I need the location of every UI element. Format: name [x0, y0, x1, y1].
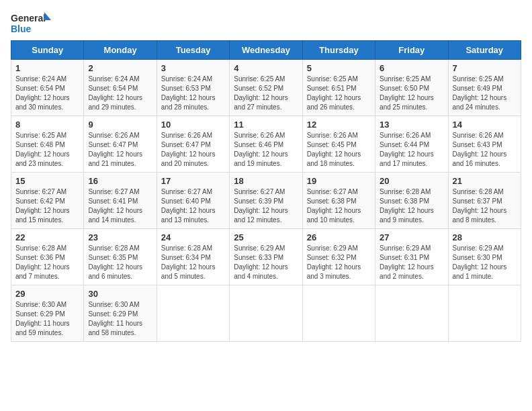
- weekday-header-wednesday: Wednesday: [230, 41, 302, 60]
- day-detail: Sunrise: 6:28 AMSunset: 6:38 PMDaylight:…: [380, 187, 443, 225]
- calendar-day-cell: 20 Sunrise: 6:28 AMSunset: 6:38 PMDaylig…: [375, 173, 448, 229]
- calendar-day-cell: 27 Sunrise: 6:29 AMSunset: 6:31 PMDaylig…: [375, 229, 448, 285]
- day-detail: Sunrise: 6:26 AMSunset: 6:45 PMDaylight:…: [307, 131, 371, 169]
- weekday-header-sunday: Sunday: [11, 41, 84, 60]
- day-detail: Sunrise: 6:27 AMSunset: 6:42 PMDaylight:…: [15, 187, 79, 225]
- day-detail: Sunrise: 6:24 AMSunset: 6:54 PMDaylight:…: [15, 75, 79, 112]
- calendar-day-cell: 8 Sunrise: 6:25 AMSunset: 6:48 PMDayligh…: [11, 116, 84, 173]
- calendar-table: SundayMondayTuesdayWednesdayThursdayFrid…: [11, 40, 521, 342]
- calendar-week-row: 8 Sunrise: 6:25 AMSunset: 6:48 PMDayligh…: [11, 116, 521, 173]
- calendar-day-cell: [448, 285, 521, 342]
- calendar-day-cell: 15 Sunrise: 6:27 AMSunset: 6:42 PMDaylig…: [11, 173, 84, 229]
- calendar-week-row: 22 Sunrise: 6:28 AMSunset: 6:36 PMDaylig…: [11, 229, 521, 285]
- day-number: 19: [307, 176, 371, 186]
- calendar-day-cell: [302, 285, 375, 342]
- day-number: 23: [88, 232, 152, 242]
- calendar-day-cell: 6 Sunrise: 6:25 AMSunset: 6:50 PMDayligh…: [375, 60, 448, 116]
- day-detail: Sunrise: 6:27 AMSunset: 6:39 PMDaylight:…: [234, 187, 298, 225]
- weekday-header-monday: Monday: [84, 41, 157, 60]
- day-detail: Sunrise: 6:27 AMSunset: 6:41 PMDaylight:…: [88, 187, 152, 225]
- day-detail: Sunrise: 6:29 AMSunset: 6:33 PMDaylight:…: [234, 244, 298, 281]
- calendar-day-cell: 10 Sunrise: 6:26 AMSunset: 6:47 PMDaylig…: [157, 116, 229, 173]
- calendar-day-cell: 9 Sunrise: 6:26 AMSunset: 6:47 PMDayligh…: [84, 116, 157, 173]
- weekday-header-thursday: Thursday: [302, 41, 375, 60]
- calendar-day-cell: [157, 285, 229, 342]
- day-number: 3: [161, 63, 225, 73]
- day-number: 20: [380, 176, 443, 186]
- day-number: 30: [88, 289, 152, 299]
- calendar-day-cell: 3 Sunrise: 6:24 AMSunset: 6:53 PMDayligh…: [157, 60, 229, 116]
- day-detail: Sunrise: 6:25 AMSunset: 6:50 PMDaylight:…: [380, 75, 443, 112]
- calendar-day-cell: 12 Sunrise: 6:26 AMSunset: 6:45 PMDaylig…: [302, 116, 375, 173]
- weekday-header-saturday: Saturday: [448, 41, 521, 60]
- calendar-day-cell: 24 Sunrise: 6:28 AMSunset: 6:34 PMDaylig…: [157, 229, 229, 285]
- day-number: 9: [88, 120, 152, 130]
- day-detail: Sunrise: 6:25 AMSunset: 6:51 PMDaylight:…: [307, 75, 371, 112]
- calendar-day-cell: 21 Sunrise: 6:28 AMSunset: 6:37 PMDaylig…: [448, 173, 521, 229]
- day-number: 11: [234, 120, 298, 130]
- calendar-day-cell: 1 Sunrise: 6:24 AMSunset: 6:54 PMDayligh…: [11, 60, 84, 116]
- day-detail: Sunrise: 6:26 AMSunset: 6:44 PMDaylight:…: [380, 131, 443, 169]
- day-detail: Sunrise: 6:29 AMSunset: 6:32 PMDaylight:…: [307, 244, 371, 281]
- calendar-day-cell: 29 Sunrise: 6:30 AMSunset: 6:29 PMDaylig…: [11, 285, 84, 342]
- calendar-day-cell: 30 Sunrise: 6:30 AMSunset: 6:29 PMDaylig…: [84, 285, 157, 342]
- day-detail: Sunrise: 6:28 AMSunset: 6:34 PMDaylight:…: [161, 244, 225, 281]
- calendar-day-cell: 11 Sunrise: 6:26 AMSunset: 6:46 PMDaylig…: [230, 116, 302, 173]
- day-number: 12: [307, 120, 371, 130]
- calendar-day-cell: 23 Sunrise: 6:28 AMSunset: 6:35 PMDaylig…: [84, 229, 157, 285]
- calendar-week-row: 15 Sunrise: 6:27 AMSunset: 6:42 PMDaylig…: [11, 173, 521, 229]
- day-number: 4: [234, 63, 298, 73]
- day-detail: Sunrise: 6:24 AMSunset: 6:54 PMDaylight:…: [88, 75, 152, 112]
- day-number: 5: [307, 63, 371, 73]
- day-number: 22: [15, 232, 79, 242]
- calendar-week-row: 29 Sunrise: 6:30 AMSunset: 6:29 PMDaylig…: [11, 285, 521, 342]
- calendar-week-row: 1 Sunrise: 6:24 AMSunset: 6:54 PMDayligh…: [11, 60, 521, 116]
- calendar-day-cell: 2 Sunrise: 6:24 AMSunset: 6:54 PMDayligh…: [84, 60, 157, 116]
- day-number: 25: [234, 232, 298, 242]
- weekday-header-friday: Friday: [375, 41, 448, 60]
- weekday-header-tuesday: Tuesday: [157, 41, 229, 60]
- day-detail: Sunrise: 6:30 AMSunset: 6:29 PMDaylight:…: [15, 300, 79, 338]
- calendar-day-cell: 13 Sunrise: 6:26 AMSunset: 6:44 PMDaylig…: [375, 116, 448, 173]
- day-detail: Sunrise: 6:27 AMSunset: 6:38 PMDaylight:…: [307, 187, 371, 225]
- calendar-day-cell: 18 Sunrise: 6:27 AMSunset: 6:39 PMDaylig…: [230, 173, 302, 229]
- day-number: 26: [307, 232, 371, 242]
- logo-svg: General Blue: [11, 11, 51, 35]
- calendar-day-cell: 26 Sunrise: 6:29 AMSunset: 6:32 PMDaylig…: [302, 229, 375, 285]
- day-number: 24: [161, 232, 225, 242]
- day-number: 28: [453, 232, 517, 242]
- day-number: 7: [453, 63, 517, 73]
- day-number: 8: [15, 120, 79, 130]
- day-number: 21: [453, 176, 517, 186]
- svg-text:Blue: Blue: [11, 24, 32, 34]
- day-number: 13: [380, 120, 443, 130]
- calendar-day-cell: 5 Sunrise: 6:25 AMSunset: 6:51 PMDayligh…: [302, 60, 375, 116]
- day-detail: Sunrise: 6:28 AMSunset: 6:35 PMDaylight:…: [88, 244, 152, 281]
- day-number: 14: [453, 120, 517, 130]
- day-detail: Sunrise: 6:29 AMSunset: 6:30 PMDaylight:…: [453, 244, 517, 281]
- day-number: 1: [15, 63, 79, 73]
- day-detail: Sunrise: 6:28 AMSunset: 6:36 PMDaylight:…: [15, 244, 79, 281]
- day-number: 10: [161, 120, 225, 130]
- day-number: 16: [88, 176, 152, 186]
- day-number: 17: [161, 176, 225, 186]
- calendar-day-cell: 14 Sunrise: 6:26 AMSunset: 6:43 PMDaylig…: [448, 116, 521, 173]
- day-number: 2: [88, 63, 152, 73]
- day-detail: Sunrise: 6:25 AMSunset: 6:48 PMDaylight:…: [15, 131, 79, 169]
- svg-text:General: General: [11, 13, 46, 24]
- day-number: 15: [15, 176, 79, 186]
- day-detail: Sunrise: 6:30 AMSunset: 6:29 PMDaylight:…: [88, 300, 152, 338]
- day-number: 6: [380, 63, 443, 73]
- calendar-day-cell: [230, 285, 302, 342]
- calendar-day-cell: 25 Sunrise: 6:29 AMSunset: 6:33 PMDaylig…: [230, 229, 302, 285]
- day-detail: Sunrise: 6:29 AMSunset: 6:31 PMDaylight:…: [380, 244, 443, 281]
- day-number: 27: [380, 232, 443, 242]
- calendar-day-cell: 19 Sunrise: 6:27 AMSunset: 6:38 PMDaylig…: [302, 173, 375, 229]
- calendar-day-cell: [375, 285, 448, 342]
- day-detail: Sunrise: 6:25 AMSunset: 6:52 PMDaylight:…: [234, 75, 298, 112]
- logo: General Blue: [11, 11, 51, 35]
- day-detail: Sunrise: 6:28 AMSunset: 6:37 PMDaylight:…: [453, 187, 517, 225]
- day-number: 18: [234, 176, 298, 186]
- calendar-day-cell: 17 Sunrise: 6:27 AMSunset: 6:40 PMDaylig…: [157, 173, 229, 229]
- calendar-day-cell: 22 Sunrise: 6:28 AMSunset: 6:36 PMDaylig…: [11, 229, 84, 285]
